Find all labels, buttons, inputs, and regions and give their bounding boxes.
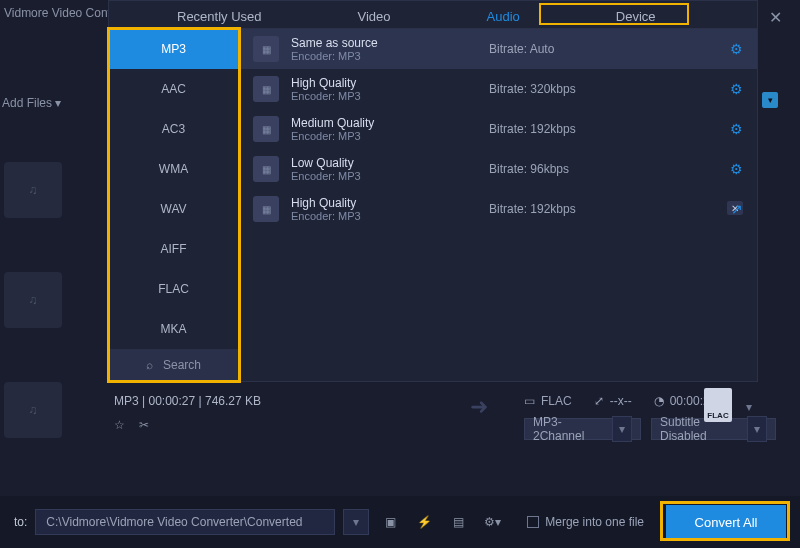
close-icon[interactable]: ✕ xyxy=(769,8,782,27)
gear-icon[interactable]: ⚙ xyxy=(730,161,743,177)
format-item-mka[interactable]: MKA xyxy=(109,309,238,349)
open-preset-icon[interactable]: ↗ xyxy=(731,201,743,217)
preset-encoder: Encoder: MP3 xyxy=(291,130,471,142)
format-dropdown-caret[interactable]: ▾ xyxy=(762,92,778,108)
preset-icon: ▦ xyxy=(253,196,279,222)
preset-encoder: Encoder: MP3 xyxy=(291,90,471,102)
preset-bitrate: Bitrate: 192kbps xyxy=(489,202,576,216)
task-schedule-icon[interactable]: ▤ xyxy=(445,509,471,535)
preset-row[interactable]: ▦Medium QualityEncoder: MP3Bitrate: 192k… xyxy=(239,109,757,149)
source-file-summary: MP3 | 00:00:27 | 746.27 KB xyxy=(114,394,364,408)
preset-title: High Quality xyxy=(291,196,471,210)
gear-icon[interactable]: ⚙ xyxy=(730,121,743,137)
preset-title: High Quality xyxy=(291,76,471,90)
format-sidebar: MP3AACAC3WMAWAVAIFFFLACMKA ⌕ Search xyxy=(109,29,239,381)
music-note-icon: ♫ xyxy=(29,403,38,417)
file-icon: ▭ xyxy=(524,394,535,408)
format-search[interactable]: ⌕ Search xyxy=(109,349,238,381)
preset-list: ✕ ▦Same as sourceEncoder: MP3Bitrate: Au… xyxy=(239,29,757,381)
settings-icon[interactable]: ⚙▾ xyxy=(479,509,505,535)
category-tabs: Recently UsedVideoAudioDevice xyxy=(109,1,757,29)
output-path-dropdown[interactable]: ▾ xyxy=(343,509,369,535)
preset-title: Same as source xyxy=(291,36,471,50)
format-item-aac[interactable]: AAC xyxy=(109,69,238,109)
preset-bitrate: Bitrate: 96kbps xyxy=(489,162,569,176)
open-folder-icon[interactable]: ▣ xyxy=(377,509,403,535)
preset-row[interactable]: ▦Same as sourceEncoder: MP3Bitrate: Auto… xyxy=(239,29,757,69)
gear-icon[interactable]: ⚙ xyxy=(730,81,743,97)
format-picker-panel: Recently UsedVideoAudioDevice MP3AACAC3W… xyxy=(108,0,758,382)
output-format-icon[interactable]: FLAC xyxy=(704,388,732,422)
merge-checkbox[interactable]: Merge into one file xyxy=(527,515,644,529)
high-speed-icon[interactable]: ⚡ xyxy=(411,509,437,535)
arrow-icon: ➜ xyxy=(470,394,488,420)
file-thumbnail[interactable]: ♫ xyxy=(4,162,62,218)
preset-title: Low Quality xyxy=(291,156,471,170)
preset-row[interactable]: ▦High QualityEncoder: MP3Bitrate: 320kbp… xyxy=(239,69,757,109)
format-item-flac[interactable]: FLAC xyxy=(109,269,238,309)
favorite-icon[interactable]: ☆ xyxy=(114,418,125,432)
preset-encoder: Encoder: MP3 xyxy=(291,170,471,182)
preset-row[interactable]: ▦High QualityEncoder: MP3Bitrate: 192kbp… xyxy=(239,189,757,229)
preset-bitrate: Bitrate: Auto xyxy=(489,42,554,56)
preset-bitrate: Bitrate: 320kbps xyxy=(489,82,576,96)
file-thumbnails: ♫ ♫ ♫ xyxy=(4,162,62,492)
merge-label: Merge into one file xyxy=(545,515,644,529)
preset-encoder: Encoder: MP3 xyxy=(291,210,471,222)
add-files-button[interactable]: Add Files ▾ xyxy=(2,96,61,110)
tab-video[interactable]: Video xyxy=(350,5,399,28)
music-note-icon: ♫ xyxy=(29,183,38,197)
search-icon: ⌕ xyxy=(146,358,153,372)
format-item-wav[interactable]: WAV xyxy=(109,189,238,229)
file-thumbnail[interactable]: ♫ xyxy=(4,272,62,328)
music-note-icon: ♫ xyxy=(29,293,38,307)
format-item-ac3[interactable]: AC3 xyxy=(109,109,238,149)
convert-all-button[interactable]: Convert All xyxy=(666,505,786,539)
search-placeholder: Search xyxy=(163,358,201,372)
expand-icon: ⤢ xyxy=(594,394,604,408)
preset-title: Medium Quality xyxy=(291,116,471,130)
file-thumbnail[interactable]: ♫ xyxy=(4,382,62,438)
file-info-row: MP3 | 00:00:27 | 746.27 KB ☆ ✂ ➜ ▭ FLAC … xyxy=(114,394,776,448)
chevron-down-icon: ▾ xyxy=(747,416,767,442)
target-format: FLAC xyxy=(541,394,572,408)
clock-icon: ◔ xyxy=(654,394,664,408)
preset-icon: ▦ xyxy=(253,36,279,62)
preset-encoder: Encoder: MP3 xyxy=(291,50,471,62)
output-format-dropdown[interactable]: ▾ xyxy=(746,400,752,414)
format-item-aiff[interactable]: AIFF xyxy=(109,229,238,269)
chevron-down-icon: ▾ xyxy=(612,416,632,442)
preset-icon: ▦ xyxy=(253,156,279,182)
audio-track-value: MP3-2Channel xyxy=(533,415,594,443)
cut-icon[interactable]: ✂ xyxy=(139,418,149,432)
target-dims: --x-- xyxy=(610,394,632,408)
bottom-bar: to: C:\Vidmore\Vidmore Video Converter\C… xyxy=(0,496,800,548)
preset-icon: ▦ xyxy=(253,116,279,142)
tab-audio[interactable]: Audio xyxy=(479,5,528,28)
save-to-label: to: xyxy=(14,515,27,529)
preset-icon: ▦ xyxy=(253,76,279,102)
tab-device[interactable]: Device xyxy=(608,5,664,28)
format-item-mp3[interactable]: MP3 xyxy=(109,29,238,69)
checkbox-icon xyxy=(527,516,539,528)
preset-bitrate: Bitrate: 192kbps xyxy=(489,122,576,136)
format-item-wma[interactable]: WMA xyxy=(109,149,238,189)
chevron-down-icon: ▾ xyxy=(55,96,61,110)
gear-icon[interactable]: ⚙ xyxy=(730,41,743,57)
tab-recently-used[interactable]: Recently Used xyxy=(169,5,270,28)
preset-row[interactable]: ▦Low QualityEncoder: MP3Bitrate: 96kbps⚙ xyxy=(239,149,757,189)
add-files-label: Add Files xyxy=(2,96,52,110)
output-path-field[interactable]: C:\Vidmore\Vidmore Video Converter\Conve… xyxy=(35,509,335,535)
audio-track-select[interactable]: MP3-2Channel ▾ xyxy=(524,418,641,440)
